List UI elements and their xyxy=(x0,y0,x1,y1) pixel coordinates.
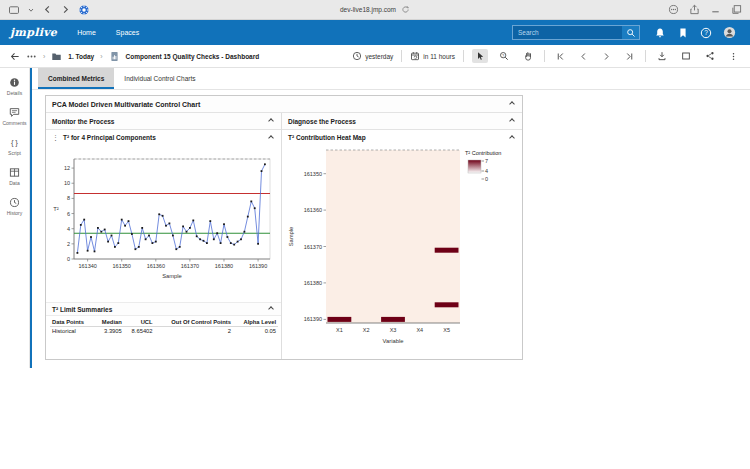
monitor-panel: Monitor the Process ⋮ T² for 4 Principal… xyxy=(46,113,282,359)
fullscreen-button[interactable] xyxy=(678,49,694,63)
t2-control-chart[interactable]: 0246810121613401613501613601613701613801… xyxy=(46,145,280,285)
browser-forward-icon[interactable] xyxy=(60,4,71,15)
kebab-menu-icon xyxy=(729,51,738,62)
tab-individual-control-charts[interactable]: Individual Control Charts xyxy=(114,68,205,89)
svg-text:0: 0 xyxy=(67,256,70,262)
svg-text:X1: X1 xyxy=(336,327,343,333)
breadcrumb: › 1. Today › Component 15 Quality Checks… xyxy=(9,51,259,62)
tab-combined-metrics[interactable]: Combined Metrics xyxy=(38,68,114,89)
sidebar-item-label: Details xyxy=(7,90,22,96)
last-page-button[interactable] xyxy=(622,50,637,63)
url-bar[interactable]: dev-live18.jmp.com xyxy=(340,5,410,14)
url-text: dev-live18.jmp.com xyxy=(340,6,396,13)
tabs-icon[interactable] xyxy=(731,4,742,15)
document-toolbar: › 1. Today › Component 15 Quality Checks… xyxy=(0,45,750,68)
sidebar-item-history[interactable]: History xyxy=(7,197,23,216)
last-page-icon xyxy=(625,52,634,61)
next-page-button[interactable] xyxy=(599,50,614,63)
pointer-tool-icon xyxy=(475,51,485,61)
table-row: Historical 3.3905 8.65402 2 0.05 xyxy=(50,327,278,336)
cell-out-of-control: 2 xyxy=(155,327,233,336)
download-button[interactable] xyxy=(654,49,670,63)
report-sidebar: Details Comments { } Script Data History xyxy=(0,68,30,368)
calendar-refresh-icon xyxy=(410,51,420,61)
sidebar-accent-divider[interactable] xyxy=(30,68,32,368)
search-icon xyxy=(626,28,636,38)
search-input[interactable] xyxy=(513,26,622,39)
sidebar-item-label: Data xyxy=(9,180,20,186)
pointer-tool-button[interactable] xyxy=(472,49,488,63)
collapse-chevron-icon xyxy=(509,118,515,124)
breadcrumb-separator: › xyxy=(43,53,45,60)
bookmark-icon[interactable] xyxy=(677,27,689,39)
first-page-button[interactable] xyxy=(553,50,568,63)
svg-text:161340: 161340 xyxy=(78,263,96,269)
share-icon xyxy=(705,51,715,61)
browser-back-icon[interactable] xyxy=(42,4,53,15)
svg-text:T²: T² xyxy=(53,206,59,212)
share-page-icon[interactable] xyxy=(689,4,700,15)
prev-page-icon xyxy=(579,52,588,61)
search-button[interactable] xyxy=(622,26,639,39)
diagnose-header[interactable]: Diagnose the Process xyxy=(282,113,522,130)
tab-overview-icon[interactable] xyxy=(8,4,20,16)
hand-tool-icon xyxy=(523,51,533,61)
col-header: Alpha Level xyxy=(233,318,278,327)
zoom-tool-button[interactable]: ? xyxy=(496,49,512,63)
breadcrumb-overflow-icon[interactable] xyxy=(26,51,37,62)
sidebar-item-label: Comments xyxy=(2,120,26,126)
sidebar-item-details[interactable]: Details xyxy=(7,77,22,96)
screen: dev-live18.jmp.com jmplive Home Spaces ? xyxy=(0,0,750,469)
svg-text:Sample: Sample xyxy=(162,273,182,279)
svg-text:161380: 161380 xyxy=(215,263,233,269)
collapse-chevron-icon xyxy=(268,135,274,141)
limit-summaries-header[interactable]: T² Limit Summaries xyxy=(46,302,281,316)
svg-text:4: 4 xyxy=(485,168,488,174)
download-icon xyxy=(657,51,667,61)
minimize-icon[interactable] xyxy=(710,4,721,15)
pca-section-header[interactable]: PCA Model Driven Multivariate Control Ch… xyxy=(46,96,522,113)
sidebar-item-data[interactable]: Data xyxy=(9,167,20,186)
search-box[interactable] xyxy=(512,25,640,40)
reload-icon[interactable] xyxy=(401,5,410,14)
monitor-header[interactable]: Monitor the Process xyxy=(46,113,281,130)
col-header: Out Of Control Points xyxy=(155,318,233,327)
svg-text:6: 6 xyxy=(67,211,70,217)
nav-home[interactable]: Home xyxy=(77,29,96,36)
sidebar-item-comments[interactable]: Comments xyxy=(2,107,26,126)
prev-page-button[interactable] xyxy=(576,50,591,63)
jmp-live-logo[interactable]: jmplive xyxy=(10,26,57,39)
divider xyxy=(645,50,646,62)
dashboard-card: PCA Model Driven Multivariate Control Ch… xyxy=(45,95,523,360)
breadcrumb-folder[interactable]: 1. Today xyxy=(68,53,94,60)
svg-text:8: 8 xyxy=(67,195,70,201)
drag-handle-icon[interactable]: ⋮ xyxy=(52,134,59,141)
document-title[interactable]: Component 15 Quality Checks - Dashboard xyxy=(126,53,260,60)
pca-section-title: PCA Model Driven Multivariate Control Ch… xyxy=(52,101,200,108)
share-button[interactable] xyxy=(702,49,718,63)
updated-label: yesterday xyxy=(365,53,393,60)
grabber-tool-button[interactable] xyxy=(520,49,536,63)
more-options-button[interactable] xyxy=(726,49,741,64)
col-header: UCL xyxy=(124,318,155,327)
help-icon[interactable]: ? xyxy=(700,27,712,39)
sidebar-item-script[interactable]: { } Script xyxy=(8,137,21,156)
last-updated[interactable]: yesterday xyxy=(352,51,393,61)
divider xyxy=(463,50,464,62)
divider xyxy=(544,50,545,62)
svg-text:161390: 161390 xyxy=(249,263,267,269)
control-chart-header[interactable]: ⋮ T² for 4 Principal Components xyxy=(46,130,281,145)
next-refresh[interactable]: in 11 hours xyxy=(410,51,455,61)
t2-contribution-heatmap[interactable]: 161350161360161370161380161390X1X2X3X4X5… xyxy=(284,145,522,353)
user-avatar[interactable] xyxy=(723,26,736,39)
svg-text:T² Contribution: T² Contribution xyxy=(465,150,501,156)
svg-text:10: 10 xyxy=(64,180,70,186)
notifications-bell-icon[interactable] xyxy=(654,27,666,39)
svg-text:X5: X5 xyxy=(443,327,450,333)
permissions-icon[interactable] xyxy=(668,4,679,15)
tab-list-caret-icon[interactable] xyxy=(27,6,35,14)
heatmap-header[interactable]: T² Contribution Heat Map xyxy=(282,130,522,145)
nav-spaces[interactable]: Spaces xyxy=(116,29,139,36)
cell-alpha: 0.05 xyxy=(233,327,278,336)
back-icon[interactable] xyxy=(9,51,20,62)
